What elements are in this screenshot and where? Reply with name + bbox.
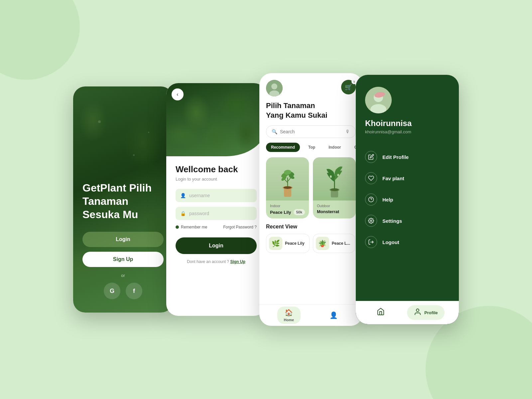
plants-grid: Indoor Peace Lily 50k	[266, 157, 356, 218]
mic-icon[interactable]: 🎙	[345, 129, 350, 134]
avatar-svg	[266, 80, 283, 96]
recent-item-name-2: Peace L...	[332, 241, 350, 246]
screens-container: GetPlant Pilih Tanaman Sesuka Mu Login S…	[73, 73, 459, 326]
fav-plant-label: Fav plant	[382, 176, 404, 181]
profile-email: khoirunnisa@gmail.com	[365, 129, 450, 134]
plant-price-indoor: 50k	[294, 209, 305, 215]
recent-item-image-1: 🌿	[269, 237, 282, 250]
menu-logout[interactable]: Logout	[365, 231, 450, 253]
heart-icon-svg	[368, 175, 374, 181]
avatar	[266, 80, 283, 96]
filter-tabs: Recommend Top Indoor Outdoor	[266, 143, 356, 152]
home-nav-icon	[377, 308, 385, 318]
profile-name: Khoirunnisa	[365, 119, 450, 128]
home-header: 🛒 1	[266, 73, 356, 101]
logout-icon-svg	[368, 239, 374, 245]
plant-name-row-outdoor: Monsterrat	[317, 209, 352, 214]
edit-icon-svg	[368, 154, 374, 160]
profile-icon-svg	[414, 308, 422, 316]
user-icon: 👤	[180, 193, 186, 198]
nav-home[interactable]: 🏠 Home	[277, 307, 301, 324]
filter-top[interactable]: Top	[303, 143, 320, 152]
plant-card-outdoor[interactable]: Outdoor Monsterrat	[313, 157, 356, 218]
recent-item-image-2: 🪴	[316, 237, 329, 250]
plant-name-outdoor: Monsterrat	[317, 209, 339, 214]
splash-login-button[interactable]: Login	[82, 232, 164, 247]
fav-plant-icon	[365, 172, 377, 184]
password-field: 🔒	[176, 207, 257, 220]
droplet	[133, 154, 135, 156]
remember-checkbox[interactable]	[176, 225, 179, 229]
login-form-area: Wellcome back Login to your account 👤 🔒 …	[166, 156, 266, 273]
lock-icon: 🔒	[180, 211, 186, 216]
facebook-login-button[interactable]: f	[126, 283, 142, 299]
splash-or-text: or	[82, 273, 164, 278]
svg-point-18	[330, 175, 332, 178]
droplet	[148, 132, 149, 133]
svg-point-5	[284, 187, 292, 189]
plant-card-info-indoor: Indoor Peace Lily 50k	[266, 200, 309, 218]
menu-edit-profile[interactable]: Edit Profile	[365, 146, 450, 168]
profile-nav-home[interactable]	[370, 305, 391, 320]
filter-recommend[interactable]: Recommend	[266, 143, 300, 152]
screen-login: ‹ Wellcome back Login to your account 👤 …	[166, 83, 266, 316]
recent-view-title: Recent View	[266, 224, 356, 230]
profile-avatar-svg	[365, 87, 392, 113]
home-icon: 🏠	[285, 309, 293, 317]
nav-home-label: Home	[284, 318, 294, 322]
home-icon-svg	[377, 308, 385, 316]
profile-nav-icon-user	[414, 308, 422, 317]
cart-button[interactable]: 🛒 1	[341, 80, 356, 94]
back-button[interactable]: ‹	[172, 88, 184, 100]
menu-help[interactable]: Help	[365, 189, 450, 210]
recent-item-name-1: Peace Lily	[285, 241, 305, 246]
home-content: 🛒 1 Pilih Tanaman Yang Kamu Sukai 🔍 🎙 Re…	[259, 73, 362, 304]
username-field: 👤	[176, 189, 257, 202]
signup-link[interactable]: Sign Up	[230, 259, 245, 264]
settings-icon	[365, 215, 377, 227]
avatar-image	[266, 80, 283, 96]
plant-card-indoor[interactable]: Indoor Peace Lily 50k	[266, 157, 309, 218]
plant-name-row-indoor: Peace Lily 50k	[270, 209, 305, 215]
filter-indoor[interactable]: Indoor	[324, 143, 346, 152]
plant-card-info-outdoor: Outdoor Monsterrat	[313, 200, 356, 217]
svg-point-28	[416, 309, 419, 312]
bg-decoration-tl	[0, 0, 80, 80]
recent-item-2[interactable]: 🪴 Peace L...	[313, 234, 355, 253]
droplet	[98, 120, 101, 123]
menu-fav-plant[interactable]: Fav plant	[365, 168, 450, 189]
google-login-button[interactable]: G	[104, 283, 120, 299]
profile-content: Khoirunnisa khoirunnisa@gmail.com Edit P…	[356, 75, 459, 301]
forgot-password-link[interactable]: Forgot Password ?	[223, 225, 257, 229]
screen-profile: Khoirunnisa khoirunnisa@gmail.com Edit P…	[356, 75, 459, 324]
username-input[interactable]	[189, 193, 252, 198]
signup-prompt: Dont have an account ? Sign Up	[176, 259, 257, 264]
password-input[interactable]	[189, 211, 252, 216]
home-title-line1: Pilih Tanaman	[266, 101, 315, 110]
profile-nav-icon: 👤	[330, 311, 338, 319]
recent-item-1[interactable]: 🌿 Peace Lily	[266, 234, 310, 253]
edit-profile-icon	[365, 151, 377, 163]
search-input[interactable]	[280, 129, 343, 134]
splash-content: GetPlant Pilih Tanaman Sesuka Mu Login S…	[73, 181, 173, 313]
home-title: Pilih Tanaman Yang Kamu Sukai	[266, 101, 356, 120]
login-subtitle: Login to your account	[176, 177, 257, 182]
svg-point-26	[370, 220, 372, 222]
plant-image-indoor	[266, 157, 309, 200]
profile-nav-profile[interactable]: Profile	[407, 305, 444, 320]
menu-settings[interactable]: Settings	[365, 210, 450, 231]
profile-avatar	[365, 87, 392, 113]
help-icon-svg	[368, 197, 374, 202]
social-buttons: G f	[82, 283, 164, 299]
profile-bottom-nav: Profile	[356, 301, 459, 324]
plant-name-indoor: Peace Lily	[270, 210, 291, 215]
nav-profile[interactable]: 👤	[323, 309, 344, 321]
recent-list: 🌿 Peace Lily 🪴 Peace L...	[266, 234, 356, 253]
login-title: Wellcome back	[176, 164, 257, 175]
splash-signup-button[interactable]: Sign Up	[82, 252, 164, 267]
remember-me: Remember me	[176, 225, 207, 229]
help-label: Help	[382, 197, 393, 202]
splash-title: GetPlant Pilih Tanaman Sesuka Mu	[82, 181, 164, 221]
login-button[interactable]: Login	[176, 237, 257, 254]
settings-label: Settings	[382, 218, 402, 224]
